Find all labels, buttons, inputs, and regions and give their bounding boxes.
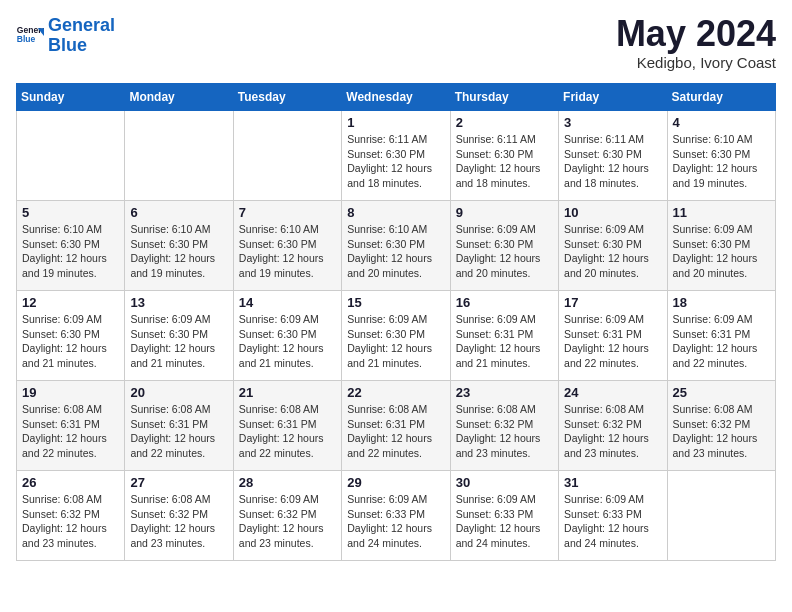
week-row-1: 1Sunrise: 6:11 AM Sunset: 6:30 PM Daylig…: [17, 111, 776, 201]
day-info: Sunrise: 6:09 AM Sunset: 6:31 PM Dayligh…: [564, 312, 661, 371]
day-info: Sunrise: 6:10 AM Sunset: 6:30 PM Dayligh…: [673, 132, 770, 191]
weekday-thursday: Thursday: [450, 84, 558, 111]
day-info: Sunrise: 6:10 AM Sunset: 6:30 PM Dayligh…: [347, 222, 444, 281]
week-row-3: 12Sunrise: 6:09 AM Sunset: 6:30 PM Dayli…: [17, 291, 776, 381]
day-info: Sunrise: 6:09 AM Sunset: 6:30 PM Dayligh…: [456, 222, 553, 281]
calendar-cell: 31Sunrise: 6:09 AM Sunset: 6:33 PM Dayli…: [559, 471, 667, 561]
day-info: Sunrise: 6:08 AM Sunset: 6:32 PM Dayligh…: [130, 492, 227, 551]
day-info: Sunrise: 6:09 AM Sunset: 6:30 PM Dayligh…: [239, 312, 336, 371]
weekday-saturday: Saturday: [667, 84, 775, 111]
calendar-cell: 23Sunrise: 6:08 AM Sunset: 6:32 PM Dayli…: [450, 381, 558, 471]
day-number: 12: [22, 295, 119, 310]
weekday-sunday: Sunday: [17, 84, 125, 111]
day-info: Sunrise: 6:09 AM Sunset: 6:30 PM Dayligh…: [564, 222, 661, 281]
calendar-cell: 29Sunrise: 6:09 AM Sunset: 6:33 PM Dayli…: [342, 471, 450, 561]
day-number: 17: [564, 295, 661, 310]
day-number: 15: [347, 295, 444, 310]
week-row-2: 5Sunrise: 6:10 AM Sunset: 6:30 PM Daylig…: [17, 201, 776, 291]
day-info: Sunrise: 6:09 AM Sunset: 6:31 PM Dayligh…: [456, 312, 553, 371]
page-header: General Blue GeneralBlue May 2024 Kedigb…: [16, 16, 776, 71]
day-info: Sunrise: 6:08 AM Sunset: 6:31 PM Dayligh…: [239, 402, 336, 461]
day-info: Sunrise: 6:11 AM Sunset: 6:30 PM Dayligh…: [564, 132, 661, 191]
calendar-cell: 11Sunrise: 6:09 AM Sunset: 6:30 PM Dayli…: [667, 201, 775, 291]
day-info: Sunrise: 6:09 AM Sunset: 6:32 PM Dayligh…: [239, 492, 336, 551]
calendar-cell: 9Sunrise: 6:09 AM Sunset: 6:30 PM Daylig…: [450, 201, 558, 291]
calendar-cell: 26Sunrise: 6:08 AM Sunset: 6:32 PM Dayli…: [17, 471, 125, 561]
logo-icon: General Blue: [16, 22, 44, 50]
weekday-tuesday: Tuesday: [233, 84, 341, 111]
calendar-cell: 19Sunrise: 6:08 AM Sunset: 6:31 PM Dayli…: [17, 381, 125, 471]
calendar-cell: 16Sunrise: 6:09 AM Sunset: 6:31 PM Dayli…: [450, 291, 558, 381]
day-info: Sunrise: 6:09 AM Sunset: 6:30 PM Dayligh…: [347, 312, 444, 371]
day-number: 2: [456, 115, 553, 130]
day-number: 21: [239, 385, 336, 400]
day-number: 1: [347, 115, 444, 130]
day-number: 25: [673, 385, 770, 400]
day-info: Sunrise: 6:08 AM Sunset: 6:31 PM Dayligh…: [130, 402, 227, 461]
calendar-cell: 1Sunrise: 6:11 AM Sunset: 6:30 PM Daylig…: [342, 111, 450, 201]
day-info: Sunrise: 6:09 AM Sunset: 6:31 PM Dayligh…: [673, 312, 770, 371]
day-info: Sunrise: 6:09 AM Sunset: 6:33 PM Dayligh…: [347, 492, 444, 551]
day-number: 6: [130, 205, 227, 220]
day-number: 8: [347, 205, 444, 220]
day-info: Sunrise: 6:09 AM Sunset: 6:33 PM Dayligh…: [456, 492, 553, 551]
calendar-cell: 13Sunrise: 6:09 AM Sunset: 6:30 PM Dayli…: [125, 291, 233, 381]
day-info: Sunrise: 6:08 AM Sunset: 6:31 PM Dayligh…: [347, 402, 444, 461]
svg-text:Blue: Blue: [17, 34, 36, 44]
location-subtitle: Kedigbo, Ivory Coast: [616, 54, 776, 71]
calendar-cell: [125, 111, 233, 201]
calendar-cell: 14Sunrise: 6:09 AM Sunset: 6:30 PM Dayli…: [233, 291, 341, 381]
day-number: 30: [456, 475, 553, 490]
weekday-header-row: SundayMondayTuesdayWednesdayThursdayFrid…: [17, 84, 776, 111]
day-number: 14: [239, 295, 336, 310]
calendar-cell: 28Sunrise: 6:09 AM Sunset: 6:32 PM Dayli…: [233, 471, 341, 561]
title-block: May 2024 Kedigbo, Ivory Coast: [616, 16, 776, 71]
day-info: Sunrise: 6:08 AM Sunset: 6:32 PM Dayligh…: [673, 402, 770, 461]
calendar-cell: 25Sunrise: 6:08 AM Sunset: 6:32 PM Dayli…: [667, 381, 775, 471]
calendar-cell: 17Sunrise: 6:09 AM Sunset: 6:31 PM Dayli…: [559, 291, 667, 381]
day-info: Sunrise: 6:11 AM Sunset: 6:30 PM Dayligh…: [347, 132, 444, 191]
day-info: Sunrise: 6:09 AM Sunset: 6:30 PM Dayligh…: [22, 312, 119, 371]
day-number: 19: [22, 385, 119, 400]
calendar-cell: 7Sunrise: 6:10 AM Sunset: 6:30 PM Daylig…: [233, 201, 341, 291]
day-number: 20: [130, 385, 227, 400]
calendar-cell: 5Sunrise: 6:10 AM Sunset: 6:30 PM Daylig…: [17, 201, 125, 291]
day-info: Sunrise: 6:09 AM Sunset: 6:30 PM Dayligh…: [130, 312, 227, 371]
calendar-cell: 24Sunrise: 6:08 AM Sunset: 6:32 PM Dayli…: [559, 381, 667, 471]
day-number: 4: [673, 115, 770, 130]
calendar-cell: 18Sunrise: 6:09 AM Sunset: 6:31 PM Dayli…: [667, 291, 775, 381]
calendar-cell: 2Sunrise: 6:11 AM Sunset: 6:30 PM Daylig…: [450, 111, 558, 201]
day-number: 10: [564, 205, 661, 220]
calendar-cell: [233, 111, 341, 201]
calendar-cell: 21Sunrise: 6:08 AM Sunset: 6:31 PM Dayli…: [233, 381, 341, 471]
calendar-cell: 20Sunrise: 6:08 AM Sunset: 6:31 PM Dayli…: [125, 381, 233, 471]
weekday-friday: Friday: [559, 84, 667, 111]
day-number: 13: [130, 295, 227, 310]
month-title: May 2024: [616, 16, 776, 52]
day-number: 22: [347, 385, 444, 400]
day-number: 18: [673, 295, 770, 310]
day-number: 29: [347, 475, 444, 490]
day-info: Sunrise: 6:10 AM Sunset: 6:30 PM Dayligh…: [130, 222, 227, 281]
calendar-cell: [17, 111, 125, 201]
day-info: Sunrise: 6:11 AM Sunset: 6:30 PM Dayligh…: [456, 132, 553, 191]
week-row-5: 26Sunrise: 6:08 AM Sunset: 6:32 PM Dayli…: [17, 471, 776, 561]
calendar-cell: 3Sunrise: 6:11 AM Sunset: 6:30 PM Daylig…: [559, 111, 667, 201]
day-number: 9: [456, 205, 553, 220]
day-info: Sunrise: 6:10 AM Sunset: 6:30 PM Dayligh…: [22, 222, 119, 281]
calendar-cell: 8Sunrise: 6:10 AM Sunset: 6:30 PM Daylig…: [342, 201, 450, 291]
calendar-cell: 15Sunrise: 6:09 AM Sunset: 6:30 PM Dayli…: [342, 291, 450, 381]
day-number: 16: [456, 295, 553, 310]
day-number: 3: [564, 115, 661, 130]
logo: General Blue GeneralBlue: [16, 16, 115, 56]
day-number: 11: [673, 205, 770, 220]
day-number: 27: [130, 475, 227, 490]
day-number: 26: [22, 475, 119, 490]
day-info: Sunrise: 6:08 AM Sunset: 6:32 PM Dayligh…: [456, 402, 553, 461]
calendar-cell: 30Sunrise: 6:09 AM Sunset: 6:33 PM Dayli…: [450, 471, 558, 561]
day-number: 31: [564, 475, 661, 490]
week-row-4: 19Sunrise: 6:08 AM Sunset: 6:31 PM Dayli…: [17, 381, 776, 471]
calendar-cell: 12Sunrise: 6:09 AM Sunset: 6:30 PM Dayli…: [17, 291, 125, 381]
day-info: Sunrise: 6:08 AM Sunset: 6:32 PM Dayligh…: [564, 402, 661, 461]
day-info: Sunrise: 6:08 AM Sunset: 6:32 PM Dayligh…: [22, 492, 119, 551]
